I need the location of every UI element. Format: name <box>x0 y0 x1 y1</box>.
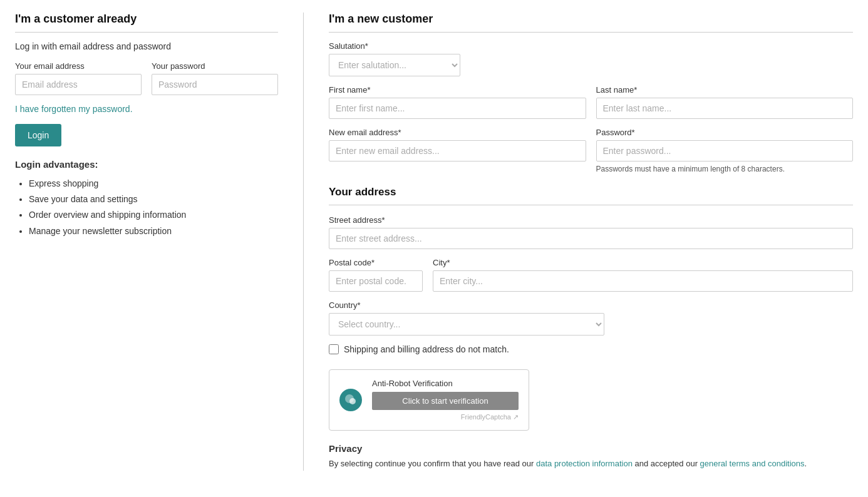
shipping-checkbox[interactable] <box>329 344 339 354</box>
captcha-title: Anti-Robot Verification <box>372 379 519 388</box>
advantage-item: Manage your newsletter subscription <box>29 223 278 239</box>
advantage-item: Express shopping <box>29 176 278 192</box>
salutation-group: Salutation* Enter salutation... Mr. Ms. <box>329 41 460 76</box>
new-password-group: Password* Passwords must have a minimum … <box>596 128 854 173</box>
password-hint: Passwords must have a minimum length of … <box>596 165 854 173</box>
street-input[interactable] <box>329 228 853 249</box>
email-label: Your email address <box>15 61 142 71</box>
advantages-list: Express shopping Save your data and sett… <box>15 176 278 239</box>
country-label: Country* <box>329 300 604 310</box>
postal-input[interactable] <box>329 270 423 292</box>
svg-point-1 <box>349 398 356 404</box>
new-email-input[interactable] <box>329 140 586 161</box>
address-title: Your address <box>329 186 853 198</box>
advantage-item: Order overview and shipping information <box>29 207 278 223</box>
captcha-box: Anti-Robot Verification Click to start v… <box>329 369 529 431</box>
street-group: Street address* <box>329 215 853 249</box>
right-title: I'm a new customer <box>329 13 853 26</box>
country-group: Country* Select country... <box>329 300 604 336</box>
name-row: First name* Last name* <box>329 85 853 119</box>
postal-label: Postal code* <box>329 258 423 267</box>
captcha-brand: FriendlyCaptcha ↗ <box>372 413 519 421</box>
login-button[interactable]: Login <box>15 124 61 146</box>
left-title: I'm a customer already <box>15 13 278 26</box>
firstname-group: First name* <box>329 85 586 119</box>
postal-city-row: Postal code* City* <box>329 258 853 292</box>
city-label: City* <box>433 258 853 267</box>
city-group: City* <box>433 258 853 292</box>
left-divider <box>15 32 278 33</box>
email-group: Your email address <box>15 61 142 95</box>
password-group: Your password <box>152 61 278 95</box>
privacy-title: Privacy <box>329 443 853 454</box>
right-divider <box>329 32 853 33</box>
password-label: Your password <box>152 61 278 71</box>
captcha-content: Anti-Robot Verification Click to start v… <box>372 379 519 421</box>
forgot-password-link[interactable]: I have forgotten my password. <box>15 104 133 114</box>
country-select[interactable]: Select country... <box>329 313 604 336</box>
postal-group: Postal code* <box>329 258 423 292</box>
new-password-label: Password* <box>596 128 854 137</box>
firstname-input[interactable] <box>329 98 586 119</box>
right-panel: I'm a new customer Salutation* Enter sal… <box>304 13 853 471</box>
advantage-item: Save your data and settings <box>29 192 278 207</box>
shipping-checkbox-row: Shipping and billing address do not matc… <box>329 344 853 354</box>
privacy-section: Privacy By selecting continue you confir… <box>329 443 853 471</box>
street-label: Street address* <box>329 215 853 225</box>
left-subtitle: Log in with email address and password <box>15 41 278 51</box>
city-input[interactable] <box>433 270 853 292</box>
lastname-label: Last name* <box>596 85 854 95</box>
privacy-text: By selecting continue you confirm that y… <box>329 458 853 471</box>
new-email-label: New email address* <box>329 128 586 137</box>
email-input[interactable] <box>15 74 142 95</box>
lastname-group: Last name* <box>596 85 854 119</box>
email-password-row: New email address* Password* Passwords m… <box>329 128 853 173</box>
privacy-link-terms[interactable]: general terms and conditions <box>700 459 805 468</box>
left-panel: I'm a customer already Log in with email… <box>15 13 303 471</box>
privacy-text-before: By selecting continue you confirm that y… <box>329 459 536 468</box>
login-fields-row: Your email address Your password <box>15 61 278 95</box>
advantages-title: Login advantages: <box>15 159 278 170</box>
lastname-input[interactable] <box>596 98 854 119</box>
privacy-link-data-protection[interactable]: data protection information <box>536 459 633 468</box>
password-input[interactable] <box>152 74 278 95</box>
salutation-select[interactable]: Enter salutation... Mr. Ms. <box>329 54 460 76</box>
new-password-input[interactable] <box>596 140 854 161</box>
privacy-text-middle: and accepted our <box>633 459 700 468</box>
firstname-label: First name* <box>329 85 586 95</box>
privacy-text-after: . <box>805 459 807 468</box>
shipping-label: Shipping and billing address do not matc… <box>344 344 509 354</box>
captcha-icon <box>339 389 362 411</box>
salutation-label: Salutation* <box>329 41 460 51</box>
captcha-button[interactable]: Click to start verification <box>372 392 519 410</box>
new-email-group: New email address* <box>329 128 586 173</box>
address-divider <box>329 205 853 205</box>
